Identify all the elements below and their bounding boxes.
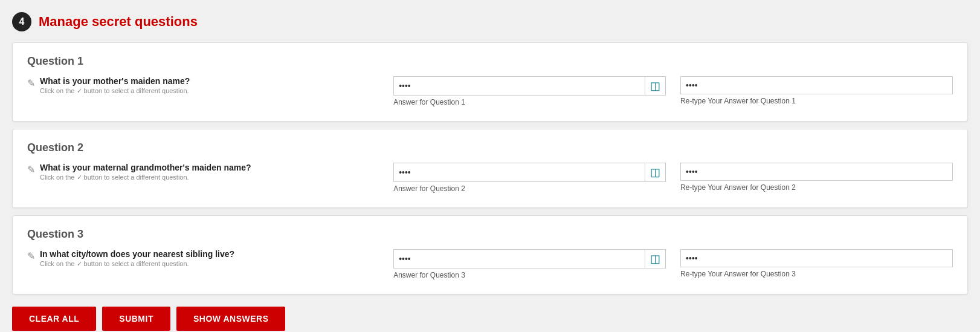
clear-all-button[interactable]: CLEAR ALL	[12, 307, 96, 331]
question-text-1: What is your mother's maiden name?	[40, 76, 190, 86]
answer-group-2: ◫ Answer for Question 2	[393, 163, 666, 193]
question-hint-1: Click on the ✓ button to select a differ…	[40, 87, 190, 95]
question-card-1: Question 1 ✎ What is your mother's maide…	[12, 42, 968, 122]
submit-button[interactable]: SUBMIT	[102, 307, 170, 331]
retype-label-1: Re-type Your Answer for Question 1	[680, 97, 953, 105]
question-hint-2: Click on the ✓ button to select a differ…	[40, 174, 251, 181]
question-label-1: Question 1	[27, 55, 953, 68]
question-text-3: In what city/town does your nearest sibl…	[40, 249, 234, 259]
eye-toggle-2[interactable]: ◫	[645, 163, 665, 181]
answer-label-3: Answer for Question 3	[393, 271, 666, 279]
retype-label-3: Re-type Your Answer for Question 3	[680, 270, 953, 278]
answer-label-2: Answer for Question 2	[393, 184, 666, 193]
retype-input-2[interactable]	[681, 163, 952, 180]
question-card-3: Question 3 ✎ In what city/town does your…	[12, 215, 968, 295]
answer-label-1: Answer for Question 1	[393, 98, 666, 106]
question-card-2: Question 2 ✎ What is your maternal grand…	[12, 129, 968, 208]
retype-group-1: Re-type Your Answer for Question 1	[680, 76, 953, 105]
question-label-2: Question 2	[27, 142, 953, 154]
question-text-content-2: What is your maternal grandmother's maid…	[40, 163, 251, 181]
eye-toggle-3[interactable]: ◫	[645, 250, 665, 268]
retype-input-3[interactable]	[681, 250, 952, 267]
question-hint-3: Click on the ✓ button to select a differ…	[40, 260, 234, 268]
retype-input-wrapper-2	[680, 163, 953, 181]
show-answers-button[interactable]: SHOW ANSWERS	[176, 307, 285, 331]
answer-input-2[interactable]	[394, 164, 645, 181]
eye-toggle-1[interactable]: ◫	[645, 77, 665, 95]
answer-input-3[interactable]	[394, 250, 645, 267]
retype-group-2: Re-type Your Answer for Question 2	[680, 163, 953, 192]
retype-input-wrapper-1	[680, 76, 953, 94]
buttons-row: CLEAR ALL SUBMIT SHOW ANSWERS	[12, 307, 968, 331]
page-header: 4 Manage secret questions	[12, 12, 968, 31]
answer-group-3: ◫ Answer for Question 3	[393, 249, 666, 279]
questions-container: Question 1 ✎ What is your mother's maide…	[12, 42, 968, 295]
question-text-area-2: ✎ What is your maternal grandmother's ma…	[27, 163, 379, 181]
retype-group-3: Re-type Your Answer for Question 3	[680, 249, 953, 278]
question-row-1: ✎ What is your mother's maiden name? Cli…	[27, 76, 953, 106]
question-text-content-3: In what city/town does your nearest sibl…	[40, 249, 234, 268]
question-text-area-3: ✎ In what city/town does your nearest si…	[27, 249, 379, 268]
retype-input-1[interactable]	[681, 77, 952, 94]
pencil-icon-3: ✎	[27, 250, 35, 262]
answer-group-1: ◫ Answer for Question 1	[393, 76, 666, 106]
question-text-area-1: ✎ What is your mother's maiden name? Cli…	[27, 76, 379, 95]
answer-input-1[interactable]	[394, 77, 645, 94]
answer-input-wrapper-2: ◫	[393, 163, 666, 182]
retype-input-wrapper-3	[680, 249, 953, 267]
step-badge: 4	[12, 12, 31, 31]
pencil-icon-2: ✎	[27, 164, 35, 175]
question-text-2: What is your maternal grandmother's maid…	[40, 163, 251, 172]
answer-input-wrapper-3: ◫	[393, 249, 666, 269]
retype-label-2: Re-type Your Answer for Question 2	[680, 183, 953, 192]
question-row-2: ✎ What is your maternal grandmother's ma…	[27, 163, 953, 193]
question-label-3: Question 3	[27, 228, 953, 241]
question-text-content-1: What is your mother's maiden name? Click…	[40, 76, 190, 95]
pencil-icon-1: ✎	[27, 77, 35, 89]
answer-input-wrapper-1: ◫	[393, 76, 666, 96]
question-row-3: ✎ In what city/town does your nearest si…	[27, 249, 953, 279]
page-title: Manage secret questions	[39, 14, 198, 30]
